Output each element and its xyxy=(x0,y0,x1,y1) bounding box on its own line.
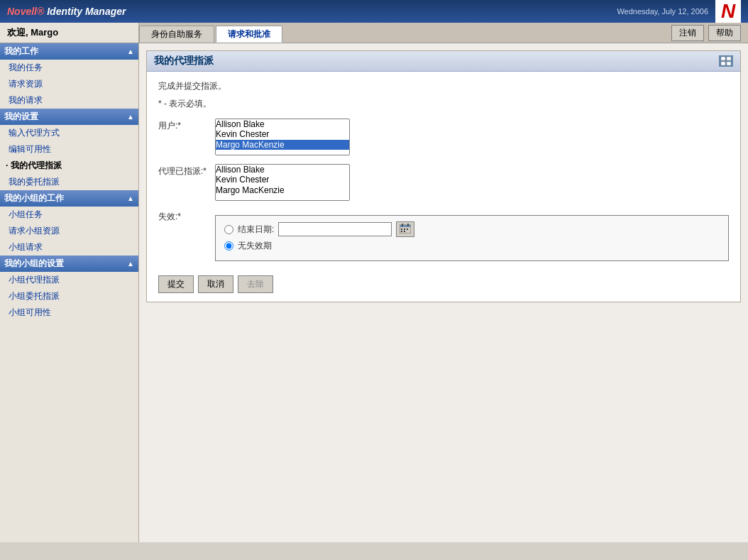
user-option-allison: Allison Blake xyxy=(216,119,349,129)
sidebar-item-request-group-resources[interactable]: 请求小组资源 xyxy=(0,223,138,239)
expiry-row: 失效:* 结束日期: xyxy=(158,209,729,267)
user-listbox[interactable]: Allison Blake Kevin Chester Margo MacKen… xyxy=(215,119,350,155)
no-expiry-radio[interactable] xyxy=(224,241,233,251)
svg-rect-11 xyxy=(401,231,402,232)
sidebar-item-request-resources[interactable]: 请求资源 xyxy=(0,76,138,92)
proxy-option-margo: Margo MacKenzie xyxy=(216,185,349,195)
sidebar-item-my-tasks[interactable]: 我的任务 xyxy=(0,60,138,76)
sidebar-item-group-delegation[interactable]: 小组委托指派 xyxy=(0,288,138,304)
sidebar-section-my-group-work[interactable]: 我的小组的工作 ▲ xyxy=(0,190,138,207)
sidebar-item-group-tasks[interactable]: 小组任务 xyxy=(0,207,138,223)
submit-button[interactable]: 提交 xyxy=(158,275,194,293)
form-panel-title: 我的代理指派 xyxy=(154,55,214,67)
tab-requests[interactable]: 请求和批准 xyxy=(216,26,282,43)
form-panel-header: 我的代理指派 xyxy=(147,51,740,72)
welcome-text: 欢迎, Margo xyxy=(7,26,131,39)
form-panel: 我的代理指派 完成并提交指派。 * - 表示必填。 用户:* xyxy=(146,50,741,302)
calendar-button[interactable] xyxy=(396,221,414,237)
sidebar: 我的工作 ▲ 我的任务 请求资源 我的请求 我的设置 ▲ 输入代理方式 编辑可用… xyxy=(0,43,139,542)
sidebar-section-my-work[interactable]: 我的工作 ▲ xyxy=(0,43,138,60)
proxy-row: 代理已指派:* Allison Blake Kevin Chester Marg… xyxy=(158,164,729,201)
svg-rect-2 xyxy=(721,62,725,65)
tab-self-service[interactable]: 身份自助服务 xyxy=(139,26,214,43)
svg-rect-9 xyxy=(404,229,405,230)
product-name: Identity Manager xyxy=(47,6,126,17)
end-date-radio[interactable] xyxy=(224,225,233,234)
end-date-row: 结束日期: xyxy=(224,221,720,237)
expiry-section: 结束日期: xyxy=(215,215,729,261)
user-label: 用户:* xyxy=(158,119,215,132)
sidebar-item-enter-proxy[interactable]: 输入代理方式 xyxy=(0,125,138,141)
novell-brand: Novell® xyxy=(7,6,44,17)
end-date-label: 结束日期: xyxy=(238,224,274,236)
main-layout: 我的工作 ▲ 我的任务 请求资源 我的请求 我的设置 ▲ 输入代理方式 编辑可用… xyxy=(0,43,748,542)
form-description: 完成并提交指派。 xyxy=(158,80,729,92)
svg-rect-3 xyxy=(727,62,731,65)
user-option-margo: Margo MacKenzie xyxy=(216,140,349,150)
panel-expand-icon[interactable] xyxy=(719,55,733,67)
welcome-bar: 欢迎, Margo xyxy=(0,23,139,43)
proxy-option-allison: Allison Blake xyxy=(216,165,349,175)
calendar-icon xyxy=(400,224,411,234)
svg-rect-1 xyxy=(727,57,731,60)
logout-button[interactable]: 注销 xyxy=(671,25,704,41)
sidebar-item-group-requests[interactable]: 小组请求 xyxy=(0,239,138,256)
sidebar-item-my-requests[interactable]: 我的请求 xyxy=(0,92,138,109)
user-row: 用户:* Allison Blake Kevin Chester Margo M… xyxy=(158,119,729,155)
form-body: 完成并提交指派。 * - 表示必填。 用户:* Allison Blake Ke… xyxy=(147,72,740,302)
app-logo: Novell® Identity Manager xyxy=(7,6,617,17)
svg-rect-12 xyxy=(404,231,405,232)
help-button[interactable]: 帮助 xyxy=(708,25,741,41)
collapse-icon-group-work: ▲ xyxy=(127,194,134,202)
svg-rect-0 xyxy=(721,57,725,60)
collapse-icon: ▲ xyxy=(127,48,134,55)
sidebar-item-group-availability[interactable]: 小组可用性 xyxy=(0,304,138,321)
no-expiry-row: 无失效期 xyxy=(224,240,720,252)
app-header: Novell® Identity Manager Wednesday, July… xyxy=(0,0,748,23)
remove-button[interactable]: 去除 xyxy=(238,275,273,293)
proxy-listbox[interactable]: Allison Blake Kevin Chester Margo MacKen… xyxy=(215,164,350,201)
user-option-kevin: Kevin Chester xyxy=(216,129,349,139)
svg-rect-8 xyxy=(401,229,402,230)
form-buttons: 提交 取消 去除 xyxy=(158,275,729,293)
collapse-icon-group-settings: ▲ xyxy=(127,260,134,268)
proxy-option-kevin: Kevin Chester xyxy=(216,175,349,185)
form-required-note: * - 表示必填。 xyxy=(158,98,729,110)
novell-n-logo: N xyxy=(715,0,741,23)
sidebar-section-my-group-settings[interactable]: 我的小组的设置 ▲ xyxy=(0,256,138,272)
proxy-field: Allison Blake Kevin Chester Margo MacKen… xyxy=(215,164,729,201)
header-date: Wednesday, July 12, 2006 xyxy=(617,7,708,16)
proxy-label: 代理已指派:* xyxy=(158,164,215,177)
end-date-input[interactable] xyxy=(278,222,392,236)
svg-rect-5 xyxy=(400,225,411,227)
svg-rect-10 xyxy=(407,229,408,230)
sidebar-section-my-settings[interactable]: 我的设置 ▲ xyxy=(0,109,138,125)
expiry-label: 失效:* xyxy=(158,209,215,223)
sidebar-item-edit-availability[interactable]: 编辑可用性 xyxy=(0,141,138,158)
sidebar-item-my-delegation[interactable]: 我的委托指派 xyxy=(0,174,138,190)
collapse-icon-settings: ▲ xyxy=(127,113,134,121)
main-content: 我的代理指派 完成并提交指派。 * - 表示必填。 用户:* xyxy=(139,43,748,542)
sidebar-item-group-proxy[interactable]: 小组代理指派 xyxy=(0,272,138,288)
expiry-field: 结束日期: xyxy=(215,209,729,267)
cancel-button[interactable]: 取消 xyxy=(198,275,233,293)
user-field: Allison Blake Kevin Chester Margo MacKen… xyxy=(215,119,729,155)
no-expiry-label: 无失效期 xyxy=(238,240,272,252)
sidebar-item-my-proxy[interactable]: 我的代理指派 xyxy=(0,158,138,174)
